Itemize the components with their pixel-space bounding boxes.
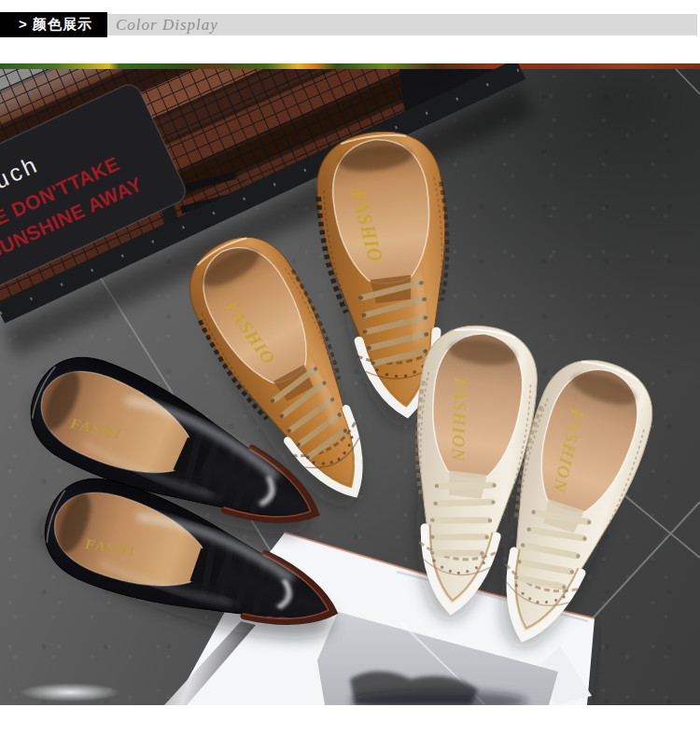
section-title-zh-label: > 颜色展示 <box>19 16 92 34</box>
product-color-display-section: > 颜色展示 Color Display <box>0 0 700 735</box>
photo-illustration: FASHIO <box>0 63 700 705</box>
section-title-en-label: Color Display <box>116 16 218 35</box>
product-photo: FASHIO <box>0 63 700 705</box>
section-title-zh: > 颜色展示 <box>0 12 107 37</box>
section-title-en-bar: Color Display <box>107 14 697 35</box>
